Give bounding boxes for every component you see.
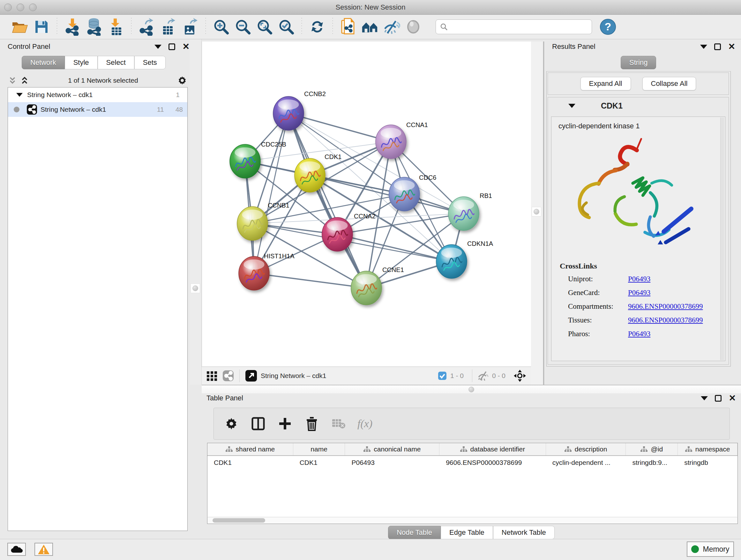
scrollbar-thumb[interactable] xyxy=(212,518,265,523)
network-node-cdk1[interactable] xyxy=(294,159,325,192)
table-cell[interactable]: P06493 xyxy=(345,456,440,469)
network-node-ccne1[interactable] xyxy=(351,271,382,305)
birdseye-view-icon[interactable] xyxy=(206,370,218,381)
open-session-icon[interactable] xyxy=(11,18,29,36)
crosslink-link[interactable]: P06493 xyxy=(628,330,650,338)
search-input[interactable] xyxy=(448,23,582,30)
panel-close-icon[interactable]: ✕ xyxy=(182,44,190,50)
collection-expander-icon[interactable] xyxy=(16,93,23,97)
panel-float-icon[interactable] xyxy=(714,44,721,50)
tab-sets[interactable]: Sets xyxy=(134,56,165,69)
expand-all-button[interactable]: Expand All xyxy=(581,77,631,90)
splitter-handle-icon[interactable] xyxy=(468,387,474,392)
crosslink-link[interactable]: 9606.ENSP00000378699 xyxy=(628,316,703,324)
network-overview-icon[interactable] xyxy=(222,370,234,382)
network-node-rb1[interactable] xyxy=(448,197,479,231)
cloud-status-button[interactable] xyxy=(7,543,26,556)
tab-edge-table[interactable]: Edge Table xyxy=(441,526,493,539)
export-image-icon[interactable] xyxy=(181,18,199,36)
table-cell[interactable]: stringdb:9... xyxy=(626,456,678,469)
table-row[interactable]: CDK1CDK1P064939606.ENSP00000378699cyclin… xyxy=(207,456,738,469)
network-node-ccna2[interactable] xyxy=(322,217,353,251)
open-in-browser-icon[interactable] xyxy=(245,369,258,382)
crosslink-link[interactable]: P06493 xyxy=(628,289,650,297)
save-session-icon[interactable] xyxy=(32,18,51,36)
export-table-icon[interactable] xyxy=(159,18,178,36)
collapse-all-icon[interactable] xyxy=(8,76,17,85)
zoom-out-icon[interactable] xyxy=(234,18,252,36)
panel-menu-icon[interactable] xyxy=(701,396,708,400)
network-node-ccna1[interactable] xyxy=(376,125,406,159)
first-neighbors-icon[interactable] xyxy=(361,18,379,36)
left-splitter[interactable] xyxy=(190,39,202,385)
column-header-description[interactable]: description xyxy=(546,443,626,455)
add-column-icon[interactable] xyxy=(277,416,293,432)
table-cell[interactable]: stringdb xyxy=(678,456,738,469)
show-all-icon[interactable] xyxy=(404,18,422,36)
import-network-from-file-icon[interactable] xyxy=(64,18,81,36)
network-edge[interactable] xyxy=(288,113,366,288)
splitter-handle-icon[interactable] xyxy=(192,286,198,291)
results-scrollbar[interactable] xyxy=(720,118,724,360)
expand-all-icon[interactable] xyxy=(20,76,29,85)
panel-menu-icon[interactable] xyxy=(154,45,161,49)
tab-network[interactable]: Network xyxy=(22,56,65,69)
splitter-handle-icon[interactable] xyxy=(534,209,539,214)
export-network-icon[interactable] xyxy=(138,18,156,36)
zoom-selected-icon[interactable] xyxy=(277,18,295,36)
collapse-all-button[interactable]: Collapse All xyxy=(643,77,696,90)
selected-checkbox-icon[interactable] xyxy=(437,371,447,381)
column-header--id[interactable]: @id xyxy=(626,443,678,455)
table-cell[interactable]: CDK1 xyxy=(293,456,345,469)
table-cell[interactable]: CDK1 xyxy=(207,456,293,469)
tab-string[interactable]: String xyxy=(621,56,656,69)
network-node-ccnb2[interactable] xyxy=(273,97,304,130)
crosslink-link[interactable]: P06493 xyxy=(628,275,650,283)
help-button[interactable]: ? xyxy=(599,18,617,36)
network-options-gear-icon[interactable] xyxy=(177,75,188,86)
network-node-cdc6[interactable] xyxy=(389,177,420,211)
panel-float-icon[interactable] xyxy=(715,395,722,401)
warnings-button[interactable] xyxy=(35,543,53,556)
tab-style[interactable]: Style xyxy=(65,56,98,69)
refresh-view-icon[interactable] xyxy=(308,18,326,36)
network-node-cdc25b[interactable] xyxy=(230,144,260,178)
section-expander-icon[interactable] xyxy=(568,104,576,108)
table-settings-gear-icon[interactable] xyxy=(223,416,239,432)
delete-column-trash-icon[interactable] xyxy=(304,416,320,432)
network-graph[interactable]: CCNB2CCNA1CDC25BCDK1CDC6RB1CCNB1CCNA2CDK… xyxy=(202,42,531,367)
tab-network-table[interactable]: Network Table xyxy=(493,526,555,539)
hidden-eye-icon[interactable] xyxy=(477,371,489,381)
network-node-ccnb1[interactable] xyxy=(237,206,268,240)
zoom-fit-icon[interactable] xyxy=(256,18,273,36)
column-header-database-identifier[interactable]: database identifier xyxy=(440,443,546,455)
table-cell[interactable]: 9606.ENSP00000378699 xyxy=(440,456,546,469)
panel-float-icon[interactable] xyxy=(169,44,175,50)
panel-close-icon[interactable]: ✕ xyxy=(728,44,735,50)
panel-close-icon[interactable]: ✕ xyxy=(729,395,736,401)
new-network-from-selection-icon[interactable] xyxy=(339,18,357,36)
column-header-canonical-name[interactable]: canonical name xyxy=(345,443,440,455)
crosslink-link[interactable]: 9606.ENSP00000378699 xyxy=(628,302,703,311)
network-canvas[interactable]: CCNB2CCNA1CDC25BCDK1CDC6RB1CCNB1CCNA2CDK… xyxy=(202,42,531,367)
table-cell[interactable]: cyclin-dependent ... xyxy=(546,456,626,469)
pan-crosshair-icon[interactable] xyxy=(513,369,527,382)
network-edge[interactable] xyxy=(337,234,452,261)
column-header-shared-name[interactable]: shared name xyxy=(207,443,293,455)
horizontal-splitter[interactable] xyxy=(202,385,741,393)
column-header-namespace[interactable]: namespace xyxy=(678,443,738,455)
memory-button[interactable]: Memory xyxy=(687,542,734,557)
network-edges[interactable] xyxy=(245,113,464,288)
panel-menu-icon[interactable] xyxy=(700,45,707,49)
import-table-from-file-icon[interactable] xyxy=(107,18,125,36)
network-node-hist1h1a[interactable] xyxy=(239,256,269,290)
import-network-from-database-icon[interactable] xyxy=(85,18,103,36)
network-edge[interactable] xyxy=(254,113,288,273)
show-column-panel-icon[interactable] xyxy=(250,416,266,432)
network-collection-row[interactable]: String Network – cdk1 1 xyxy=(8,87,187,102)
tab-node-table[interactable]: Node Table xyxy=(388,526,441,539)
column-header-name[interactable]: name xyxy=(293,443,345,455)
hide-selected-icon[interactable] xyxy=(383,18,401,36)
network-edge[interactable] xyxy=(254,273,366,288)
tab-select[interactable]: Select xyxy=(98,56,134,69)
